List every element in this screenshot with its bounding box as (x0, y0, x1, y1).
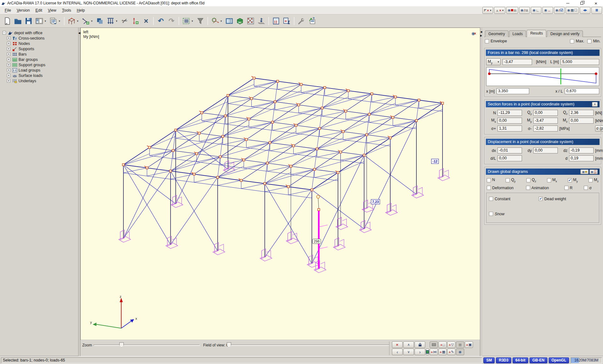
case-dead-weight-checkbox[interactable]: Dead weight (539, 197, 566, 201)
help-button[interactable]: ? (307, 16, 318, 26)
menu-tools[interactable]: Tools (59, 7, 74, 13)
checkbox-icon[interactable] (485, 39, 489, 43)
show-bars-toggle-button[interactable]: ◉/☑ (554, 7, 565, 14)
screen-active-button[interactable] (426, 349, 429, 355)
pan-right-button[interactable]: › (415, 349, 425, 355)
menu-file[interactable]: File (2, 7, 14, 13)
tree-item-load-groups[interactable]: + Load groups (0, 67, 78, 73)
minimize-button[interactable] (561, 0, 575, 6)
badge-gb-en[interactable]: GB-EN (530, 357, 547, 363)
show-bar-numbers-button[interactable]: ◉/11 (519, 7, 530, 14)
dz-field[interactable]: -0,19 (569, 147, 594, 153)
checkbox-icon[interactable] (487, 178, 491, 182)
n-field[interactable]: -11,29 (497, 110, 522, 116)
collapse-expander-icon[interactable]: − (3, 31, 6, 35)
expand-expander-icon[interactable]: + (7, 36, 10, 40)
tree-item-supports[interactable]: + Supports (0, 46, 78, 51)
badge-64bit[interactable]: 64-bit (513, 357, 528, 363)
show-grid-toggle-button[interactable]: ◉▦☐ (566, 7, 579, 14)
show-dimensions-button[interactable]: ◉↔ (542, 7, 553, 14)
mz-field[interactable]: 0,00 (569, 118, 594, 124)
checkbox-icon[interactable] (587, 39, 591, 43)
dimension-button[interactable] (130, 16, 141, 26)
checkbox-icon[interactable] (547, 178, 551, 182)
expand-expander-icon[interactable]: + (7, 47, 10, 51)
delete-view-button[interactable]: × (392, 341, 403, 348)
splitter-left-icon[interactable]: ◀ (480, 31, 482, 33)
add-bar-button[interactable] (80, 16, 91, 26)
tree-item-surface-loads[interactable]: + Surface loads (0, 73, 78, 78)
hide-cone-button[interactable]: ▲×▾ (494, 7, 505, 14)
xl-field[interactable]: 0,670 (565, 88, 599, 94)
menu-help[interactable]: Help (74, 7, 88, 13)
properties-button[interactable] (224, 16, 235, 26)
menu-view[interactable]: View (45, 7, 59, 13)
tab-results[interactable]: Results (527, 30, 546, 37)
tree-item-support-groups[interactable]: + Support groups (0, 62, 78, 67)
close-button[interactable]: × (589, 0, 603, 6)
x-field[interactable]: 3,350 (497, 88, 529, 94)
checkbox-icon[interactable] (526, 186, 530, 190)
check-mx[interactable]: Mx (547, 178, 557, 183)
check-animation[interactable]: Animation (526, 186, 564, 190)
check-qz[interactable]: Qz (526, 178, 536, 183)
project-browser-button[interactable] (34, 16, 45, 26)
check-qy[interactable]: Qy (506, 178, 515, 183)
badge-sm[interactable]: SM (483, 357, 495, 363)
duplicate-button[interactable] (95, 16, 105, 26)
force-value-field[interactable]: -3,47 (503, 59, 532, 65)
add-bar-dropdown[interactable]: ▾ (91, 16, 95, 26)
min-checkbox[interactable]: Min. (587, 39, 600, 43)
add-grid-view-button[interactable]: +▦ (438, 349, 447, 355)
checkbox-icon[interactable] (489, 197, 493, 201)
screen-inactive-button[interactable] (430, 341, 438, 348)
check-deformation[interactable]: Deformation (487, 186, 526, 190)
loads-dropdown[interactable]: ▾ (116, 16, 119, 26)
badge-opengl[interactable]: OpenGL (549, 357, 569, 363)
tree-root-depot-with-office[interactable]: − depot with office (0, 30, 78, 35)
dx-field[interactable]: -0,01 (497, 147, 522, 153)
length-field[interactable]: 5,000 (561, 59, 599, 65)
filter-button[interactable] (195, 16, 206, 26)
open-file-button[interactable] (13, 16, 23, 26)
selection-dropdown[interactable]: ▾ (192, 16, 195, 26)
expand-expander-icon[interactable]: + (7, 58, 10, 61)
force-quantity-select[interactable]: My▾ (486, 58, 501, 65)
tree-item-bars[interactable]: + Bars (0, 51, 78, 57)
check-n[interactable]: N (487, 178, 495, 183)
moment-diagram[interactable] (486, 67, 599, 86)
checkbox-icon[interactable] (564, 186, 568, 190)
report-dropdown[interactable]: ▾ (59, 16, 62, 26)
pan-up-button[interactable]: ∧ (403, 341, 414, 348)
qz-field[interactable]: 2,36 (569, 110, 594, 116)
checkbox-icon[interactable] (584, 186, 588, 190)
divide-bar-button[interactable]: ✂ (119, 16, 130, 26)
section-collapse-button[interactable]: ▾ (592, 102, 598, 107)
project-browser-dropdown[interactable]: ▾ (45, 16, 48, 26)
tree-item-cross-sections[interactable]: + Cross-sections (0, 35, 78, 41)
checkbox-icon[interactable] (487, 186, 491, 190)
sigma-plus-field[interactable]: 1,31 (497, 126, 522, 131)
checkbox-icon[interactable] (526, 178, 530, 182)
tab-design-and-verify[interactable]: Design and verify (547, 30, 583, 37)
collapse-panels-button[interactable]: ◀▶ (580, 7, 590, 14)
show-extreme-values-button[interactable]: ◉1314 (589, 169, 598, 174)
sigma-minus-field[interactable]: -2,82 (533, 126, 558, 131)
my-field[interactable]: -3,47 (533, 118, 558, 124)
checkbox-icon[interactable] (489, 212, 493, 216)
qy-field[interactable]: 0,00 (533, 110, 558, 116)
expand-expander-icon[interactable]: + (7, 42, 10, 45)
tab-geometry[interactable]: Geometry (485, 30, 508, 37)
model-viewport[interactable]: left My [kNm] ◉× -12 7,23 298 z x y (80, 28, 480, 340)
expand-expander-icon[interactable]: + (7, 74, 10, 77)
split-view-button[interactable]: ≣ (591, 7, 602, 14)
add-view-button[interactable]: +□ (438, 341, 447, 348)
expand-expander-icon[interactable]: + (7, 63, 10, 67)
d-field[interactable]: 0,19 (569, 155, 594, 161)
right-splitter[interactable]: ◀ ▶ (480, 28, 482, 356)
tab-loads[interactable]: Loads (509, 30, 526, 37)
sigma-p-button[interactable]: σ (p) (595, 126, 603, 131)
calculate-button[interactable] (271, 16, 281, 26)
show-local-axes-button[interactable]: ◉∟ (531, 7, 541, 14)
report-button[interactable] (48, 16, 59, 26)
